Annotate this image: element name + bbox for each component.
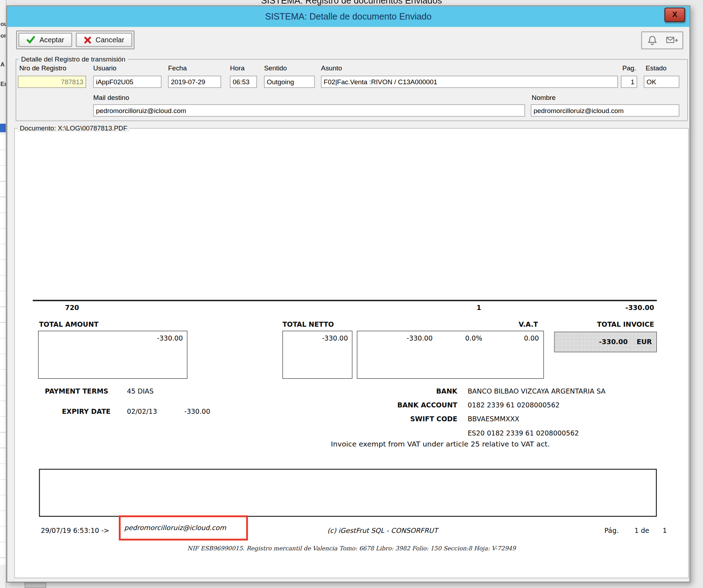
hora-label: Hora: [230, 64, 244, 71]
total-invoice-value: -330.00: [599, 338, 628, 346]
usuario-label: Usuario: [93, 64, 116, 71]
vat-box: -330.00 0.0% 0.00: [357, 331, 544, 379]
background-fragment: ou: [0, 21, 6, 27]
background-fragment: Er: [0, 81, 6, 87]
total-netto-label: TOTAL NETTO: [282, 320, 334, 328]
footer-page-value: 1 de: [634, 526, 649, 535]
vat-rate: 0.0%: [433, 334, 482, 342]
bank-account-value: 0182 2339 61 0208000562: [467, 401, 560, 409]
invoice-notes-box: [39, 469, 657, 517]
iban-value: ES20 0182 2339 61 0208000562: [467, 429, 579, 438]
accept-label: Aceptar: [39, 36, 64, 44]
fecha-field[interactable]: [168, 76, 221, 88]
swift-code-value: BBVAESMMXXX: [467, 415, 519, 423]
expiry-date-label: EXPIRY DATE: [62, 407, 111, 416]
transmission-legend: Detalle del Registro de transmisión: [19, 55, 128, 63]
footer-page-total: 1: [663, 526, 667, 535]
background-left-strip: ou or A Er: [0, 0, 6, 588]
nro-registro-field[interactable]: [18, 76, 86, 88]
footer-timestamp: 29/07/19 6:53:10 ->: [41, 526, 109, 535]
background-fragment: or: [0, 32, 6, 39]
mail-destino-label: Mail destino: [93, 93, 129, 101]
check-icon: [26, 36, 35, 44]
vat-base: -330.00: [362, 334, 433, 342]
transmission-fieldset: Detalle del Registro de transmisión Nro …: [16, 59, 688, 121]
sentido-label: Sentido: [264, 64, 287, 71]
dialog-title: SISTEMA: Detalle de documento Enviado: [265, 11, 432, 22]
nombre-field[interactable]: [531, 105, 679, 117]
toolbar-button-group: Aceptar Cancelar: [16, 31, 134, 49]
invoice-quantity: 720: [65, 304, 79, 312]
annotation-highlight: pedromorcilloruiz@icloud.com: [119, 515, 248, 541]
bank-label: BANK: [323, 387, 457, 395]
hora-field[interactable]: [230, 76, 257, 88]
invoice-packages: 1: [477, 304, 481, 312]
total-invoice-box: -330.00 EUR: [554, 332, 657, 352]
accept-button[interactable]: Aceptar: [18, 33, 72, 47]
invoice-line-amount: -330.00: [625, 304, 654, 312]
usuario-field[interactable]: [93, 76, 162, 88]
total-netto-box: -330.00: [282, 331, 353, 379]
payment-terms-value: 45 DIAS: [127, 387, 154, 395]
mail-destino-field[interactable]: [93, 105, 525, 117]
background-fragment: A: [0, 61, 5, 68]
bank-value: BANCO BILBAO VIZCAYA ARGENTARIA SA: [467, 387, 606, 395]
total-invoice-currency: EUR: [637, 338, 652, 346]
pag-label: Pag.: [622, 64, 636, 71]
dialog-title-bar: SISTEMA: Detalle de documento Enviado X: [7, 6, 689, 27]
toolbar-icons: [641, 31, 683, 49]
footer-page-label: Pág.: [604, 526, 619, 535]
payment-terms-label: PAYMENT TERMS: [45, 387, 108, 395]
document-fieldset: Documento: X:\LOG\00787813.PDF 720 1 -33…: [14, 128, 688, 578]
document-preview: 720 1 -330.00 TOTAL AMOUNT TOTAL NETTO V…: [15, 129, 688, 578]
footer-email: pedromorcilloruiz@icloud.com: [124, 524, 226, 532]
total-amount-label: TOTAL AMOUNT: [39, 320, 99, 328]
sentido-field[interactable]: [264, 76, 314, 88]
total-amount-value: -330.00: [157, 334, 183, 342]
bell-icon[interactable]: [643, 33, 661, 47]
background-grid: [0, 134, 6, 565]
invoice-rule: [33, 300, 657, 301]
asunto-label: Asunto: [321, 64, 342, 71]
vat-amount: 0.00: [482, 334, 539, 342]
nro-registro-label: Nro de Registro: [19, 64, 66, 71]
footer-copyright: (c) iGestFrut SQL - CONSORFRUT: [327, 526, 438, 535]
fecha-label: Fecha: [168, 64, 187, 71]
background-bottom-fragment: [25, 583, 46, 588]
estado-label: Estado: [646, 64, 667, 71]
close-button[interactable]: X: [665, 7, 685, 22]
document-caption: Documento: X:\LOG\00787813.PDF: [17, 124, 130, 132]
cancel-label: Cancelar: [96, 36, 125, 44]
asunto-field[interactable]: [321, 76, 618, 88]
estado-field[interactable]: [644, 76, 680, 88]
vat-label: V.A.T: [519, 320, 538, 328]
total-amount-box: -330.00: [38, 331, 187, 379]
detail-dialog: SISTEMA: Detalle de documento Enviado X …: [6, 5, 691, 583]
expiry-amount: -330.00: [184, 407, 210, 416]
send-mail-icon[interactable]: [663, 33, 681, 47]
background-selected-row: [0, 124, 6, 132]
x-icon: [84, 36, 91, 43]
cancel-button[interactable]: Cancelar: [76, 33, 132, 47]
swift-code-label: SWIFT CODE: [323, 415, 457, 423]
bank-account-label: BANK ACCOUNT: [323, 401, 457, 409]
expiry-date-value: 02/02/13: [127, 407, 157, 416]
screen: SISTEMA: Registro de documentos Enviados…: [0, 0, 703, 588]
nombre-label: Nombre: [532, 93, 556, 101]
total-netto-value: -330.00: [322, 334, 348, 342]
vat-exempt-note: Invoice exempt from VAT under article 25…: [331, 440, 550, 448]
total-invoice-label: TOTAL INVOICE: [597, 320, 654, 328]
pag-field[interactable]: [621, 76, 637, 88]
registry-line: NIF ESB96990015. Registro mercantil de V…: [15, 545, 688, 552]
background-window-title: SISTEMA: Registro de documentos Enviados: [0, 0, 703, 6]
toolbar: Aceptar Cancelar: [16, 31, 683, 52]
